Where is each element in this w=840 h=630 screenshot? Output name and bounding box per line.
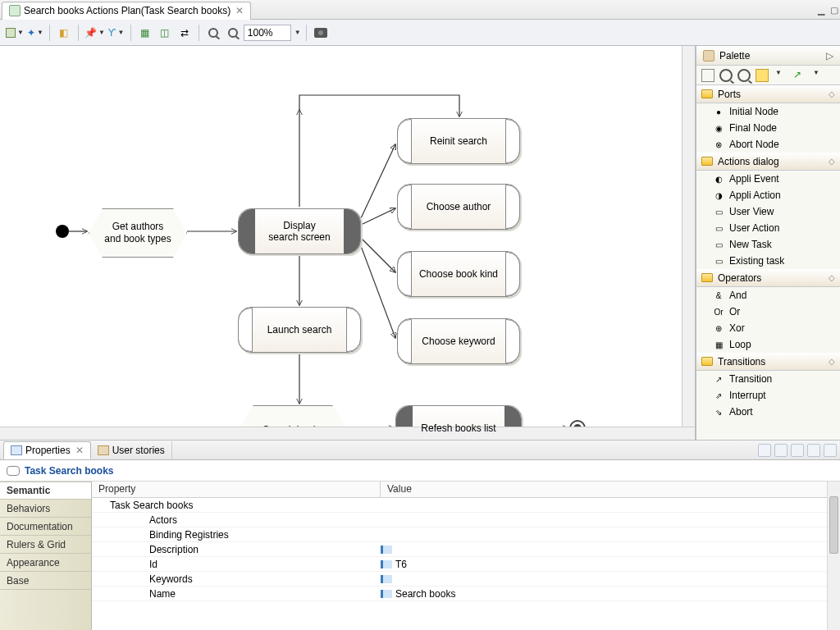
- node-choose-book-kind[interactable]: Choose book kind: [397, 251, 520, 297]
- palette-collapse-icon[interactable]: ▷: [826, 50, 833, 62]
- select-tool-icon[interactable]: [701, 69, 714, 82]
- node-reinit-search[interactable]: Reinit search: [397, 118, 520, 164]
- palette-item-label: Appli Event: [729, 173, 779, 185]
- node-launch-search[interactable]: Launch search: [238, 307, 361, 353]
- user-stories-icon: [98, 445, 109, 455]
- palette-item-initial-node[interactable]: ●Initial Node: [696, 103, 840, 120]
- close-icon[interactable]: ✕: [235, 5, 244, 16]
- palette-item-appli-action[interactable]: ◑Appli Action: [696, 187, 840, 203]
- diagram-toolbar: ▼ ✦▼ ◧ 📌▼ Ƴ▼ ▦ ◫ ⇄ 100% ▼: [0, 20, 840, 46]
- palette-item-and[interactable]: &And: [696, 287, 840, 304]
- column-property[interactable]: Property: [92, 482, 381, 497]
- note-tool-icon[interactable]: [756, 69, 769, 82]
- chevron-icon: ◇: [829, 89, 835, 98]
- restore-icon[interactable]: [807, 444, 820, 457]
- palette-item-existing-task[interactable]: ▭Existing task: [696, 253, 840, 269]
- property-row[interactable]: NameSearch books: [92, 587, 840, 601]
- zoom-field[interactable]: 100%: [244, 25, 291, 41]
- node-get-authors[interactable]: Get authors and book types: [89, 208, 187, 258]
- properties-scrollbar[interactable]: [827, 482, 840, 630]
- node-choose-author[interactable]: Choose author: [397, 184, 520, 230]
- property-row[interactable]: Actors: [92, 513, 840, 527]
- zoom-in-icon[interactable]: [719, 69, 733, 82]
- palette-category-operators[interactable]: Operators◇: [696, 269, 840, 287]
- property-name: Id: [92, 559, 381, 570]
- property-tab-behaviors[interactable]: Behaviors: [0, 500, 91, 518]
- property-tab-documentation[interactable]: Documentation: [0, 518, 91, 536]
- palette-item-or[interactable]: OrOr: [696, 304, 840, 320]
- property-tab-base[interactable]: Base: [0, 572, 91, 590]
- property-value[interactable]: T6: [381, 559, 840, 570]
- palette-item-abort-node[interactable]: ⊗Abort Node: [696, 136, 840, 153]
- property-row[interactable]: Task Search books: [92, 498, 840, 513]
- pin-button[interactable]: 📌▼: [84, 24, 106, 42]
- property-tab-appearance[interactable]: Appearance: [0, 554, 91, 572]
- close-icon[interactable]: ✕: [75, 445, 84, 456]
- select-button[interactable]: ✦▼: [26, 24, 44, 42]
- arrange-button[interactable]: ▼: [5, 24, 25, 42]
- layers-button[interactable]: ◧: [55, 24, 73, 42]
- property-value[interactable]: Search books: [381, 588, 840, 600]
- palette-header[interactable]: Palette ▷: [696, 46, 840, 66]
- palette-item-user-view[interactable]: ▭User View: [696, 203, 840, 220]
- snap-button[interactable]: ◫: [156, 24, 174, 42]
- column-value[interactable]: Value: [381, 482, 840, 497]
- palette-item-interrupt[interactable]: ⇗Interrupt: [696, 387, 840, 404]
- palette-item-loop[interactable]: ▦Loop: [696, 336, 840, 353]
- tree-view-icon[interactable]: [774, 444, 788, 457]
- palette-icon: [703, 50, 714, 62]
- property-row[interactable]: Binding Registries: [92, 527, 840, 542]
- palette-item-new-task[interactable]: ▭New Task: [696, 236, 840, 253]
- svg-line-7: [361, 208, 395, 225]
- palette-item-xor[interactable]: ⊕Xor: [696, 320, 840, 336]
- canvas-horizontal-scrollbar[interactable]: [0, 427, 695, 440]
- palette-category-transitions[interactable]: Transitions◇: [696, 353, 840, 371]
- minimize-icon[interactable]: ▁: [818, 5, 824, 15]
- palette-item-abort[interactable]: ⇘Abort: [696, 404, 840, 420]
- palette-category-label: Operators: [718, 272, 761, 284]
- zoom-in-button[interactable]: [204, 24, 222, 42]
- export-drop-icon[interactable]: ▼: [813, 69, 826, 82]
- filter-button[interactable]: Ƴ▼: [107, 24, 126, 42]
- property-tab-semantic[interactable]: Semantic: [0, 482, 91, 500]
- tab-properties-label: Properties: [25, 445, 71, 456]
- note-drop-icon[interactable]: ▼: [775, 69, 788, 82]
- show-grid-button[interactable]: ▦: [136, 24, 154, 42]
- palette-item-appli-event[interactable]: ◐Appli Event: [696, 171, 840, 187]
- export-tool-icon[interactable]: ↗: [793, 69, 806, 82]
- property-row[interactable]: IdT6: [92, 557, 840, 572]
- pin-view-icon[interactable]: [758, 444, 771, 457]
- palette-item-final-node[interactable]: ◉Final Node: [696, 120, 840, 136]
- diagram-canvas[interactable]: Get authors and book types Display searc…: [0, 46, 696, 440]
- property-value[interactable]: [381, 575, 840, 583]
- property-value[interactable]: [381, 546, 840, 554]
- canvas-vertical-scrollbar[interactable]: [682, 46, 695, 427]
- menu-icon[interactable]: [824, 444, 837, 457]
- palette-item-user-action[interactable]: ▭User Action: [696, 220, 840, 236]
- property-name: Actors: [92, 514, 381, 526]
- link-icon[interactable]: [791, 444, 804, 457]
- export-image-button[interactable]: [312, 24, 330, 42]
- initial-node[interactable]: [56, 225, 69, 238]
- property-row[interactable]: Description: [92, 542, 840, 557]
- tab-title: Search books Actions Plan(Task Search bo…: [24, 5, 231, 16]
- palette-item-label: Initial Node: [729, 106, 778, 117]
- palette-category-actions-dialog[interactable]: Actions dialog◇: [696, 153, 840, 171]
- zoom-drop-icon[interactable]: ▼: [294, 29, 301, 36]
- align-button[interactable]: ⇄: [176, 24, 194, 42]
- zoom-out-button[interactable]: [224, 24, 242, 42]
- maximize-icon[interactable]: ▢: [830, 5, 838, 15]
- tab-properties[interactable]: Properties ✕: [3, 441, 91, 459]
- node-choose-keyword[interactable]: Choose keyword: [397, 318, 520, 364]
- property-name: Description: [92, 544, 381, 555]
- tab-user-stories[interactable]: User stories: [91, 441, 172, 459]
- zoom-out-icon[interactable]: [737, 69, 751, 82]
- palette-item-icon: ▭: [713, 222, 724, 234]
- palette-category-ports[interactable]: Ports◇: [696, 85, 840, 103]
- palette-item-label: Abort: [729, 406, 753, 418]
- editor-tab-active[interactable]: Search books Actions Plan(Task Search bo…: [2, 2, 251, 20]
- property-row[interactable]: Keywords: [92, 572, 840, 587]
- node-display-search[interactable]: Display search screen: [238, 208, 361, 254]
- palette-item-transition[interactable]: ↗Transition: [696, 371, 840, 387]
- property-tab-rulers-grid[interactable]: Rulers & Grid: [0, 536, 91, 554]
